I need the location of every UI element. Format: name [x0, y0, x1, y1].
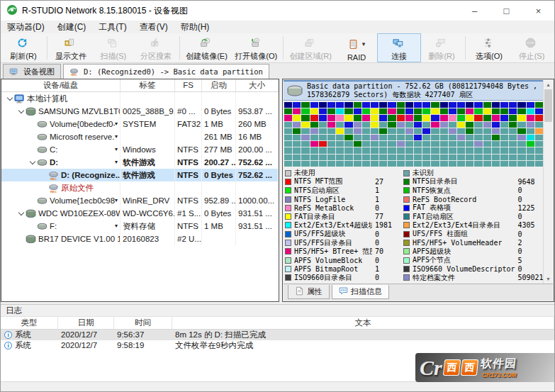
scan-block[interactable] [336, 155, 344, 160]
tree-row[interactable]: F:▾资料存储NTFS1 MB931.51 ... [1, 220, 279, 233]
scan-block[interactable] [449, 102, 456, 108]
scan-block[interactable] [414, 108, 422, 114]
scan-block[interactable] [293, 128, 301, 134]
scan-block[interactable] [422, 141, 430, 147]
scan-block[interactable] [362, 102, 370, 108]
scan-block[interactable] [414, 102, 422, 108]
scan-block[interactable] [293, 122, 301, 128]
scan-block[interactable] [466, 135, 473, 140]
scan-block[interactable] [327, 155, 335, 160]
scan-block[interactable] [397, 161, 405, 167]
scan-block[interactable] [492, 128, 500, 134]
scan-block[interactable] [457, 161, 465, 167]
scan-block[interactable] [319, 102, 327, 108]
scan-block[interactable] [405, 147, 413, 153]
scan-block[interactable] [517, 115, 525, 121]
scan-block[interactable] [371, 115, 379, 121]
row-dropdown-icon[interactable]: ▾ [115, 220, 120, 233]
scan-block[interactable] [301, 141, 309, 147]
scan-block[interactable] [405, 161, 413, 167]
scan-block[interactable] [284, 161, 292, 167]
scan-block[interactable] [354, 147, 361, 153]
tree-row[interactable]: SAMSUNG MZVLB1T0...0025_388B_9...#0 ...0… [1, 105, 279, 118]
scan-block[interactable] [449, 155, 456, 160]
scan-block[interactable] [379, 155, 387, 160]
scan-block[interactable] [474, 135, 482, 140]
row-dropdown-icon[interactable]: ▾ [115, 118, 120, 130]
scan-block[interactable] [301, 108, 309, 114]
scan-block[interactable] [371, 135, 379, 140]
scan-block[interactable] [457, 155, 465, 160]
scan-block[interactable] [293, 147, 301, 153]
scan-block[interactable] [509, 128, 517, 134]
scan-block[interactable] [492, 147, 500, 153]
scan-block[interactable] [301, 115, 309, 121]
scan-block[interactable] [483, 115, 491, 121]
scan-block[interactable] [457, 128, 465, 134]
scan-block[interactable] [535, 108, 543, 114]
scan-block[interactable] [310, 147, 318, 153]
scan-block[interactable] [362, 147, 370, 153]
scan-block[interactable] [431, 155, 439, 160]
scan-block[interactable] [388, 135, 396, 140]
scan-block[interactable] [500, 147, 508, 153]
scan-block[interactable] [431, 161, 439, 167]
scan-block[interactable] [517, 155, 525, 160]
scan-block[interactable] [327, 147, 335, 153]
scan-block[interactable] [449, 122, 456, 128]
scan-block[interactable] [431, 122, 439, 128]
scan-block[interactable] [405, 108, 413, 114]
scan-block[interactable] [362, 141, 370, 147]
scan-block[interactable] [327, 108, 335, 114]
scan-block[interactable] [509, 108, 517, 114]
scan-block[interactable] [449, 161, 456, 167]
scan-tab-scan-info[interactable]: 扫描信息 [332, 285, 389, 299]
log-column-header-0[interactable]: 类型 [1, 317, 58, 329]
scan-block[interactable] [379, 128, 387, 134]
tree-column-header-3[interactable]: 启动 [202, 79, 236, 91]
scan-block[interactable] [397, 141, 405, 147]
scan-block[interactable] [336, 161, 344, 167]
scan-block[interactable] [457, 108, 465, 114]
scan-block[interactable] [440, 141, 448, 147]
scan-block[interactable] [397, 155, 405, 160]
scan-block[interactable] [301, 161, 309, 167]
scan-block[interactable] [440, 128, 448, 134]
scan-block[interactable] [422, 102, 430, 108]
scan-block[interactable] [509, 122, 517, 128]
scan-block[interactable] [449, 147, 456, 153]
scan-block[interactable] [466, 161, 473, 167]
minimize-button[interactable]: – [459, 1, 490, 21]
scan-block[interactable] [517, 161, 525, 167]
tree-expander-icon[interactable] [6, 98, 14, 100]
scan-block[interactable] [509, 102, 517, 108]
scan-block[interactable] [388, 141, 396, 147]
tree-row[interactable]: C:▾WindowsNTFS277 MB200.00 ... [1, 143, 279, 156]
scan-block[interactable] [319, 115, 327, 121]
scan-block[interactable] [474, 155, 482, 160]
scan-block[interactable] [344, 141, 352, 147]
menu-item-1[interactable]: 创建(C) [51, 21, 93, 33]
scan-block[interactable] [527, 115, 534, 121]
scan-block[interactable] [527, 141, 534, 147]
scan-block[interactable] [509, 141, 517, 147]
scan-block[interactable] [431, 141, 439, 147]
scan-block[interactable] [344, 147, 352, 153]
scan-block[interactable] [527, 108, 534, 114]
scan-block[interactable] [517, 122, 525, 128]
scan-block[interactable] [483, 108, 491, 114]
scan-block[interactable] [405, 102, 413, 108]
scan-block[interactable] [284, 147, 292, 153]
maximize-button[interactable]: □ [490, 1, 522, 21]
scan-block[interactable] [336, 122, 344, 128]
scan-block[interactable] [354, 102, 361, 108]
log-column-header-2[interactable]: 时间 [114, 317, 172, 329]
scan-block[interactable] [474, 141, 482, 147]
scan-block[interactable] [440, 147, 448, 153]
scan-block[interactable] [517, 147, 525, 153]
scrollbar-thumb[interactable] [544, 89, 552, 122]
scan-block[interactable] [457, 122, 465, 128]
scan-block[interactable] [466, 108, 473, 114]
scan-block[interactable] [449, 108, 456, 114]
scan-block[interactable] [293, 155, 301, 160]
